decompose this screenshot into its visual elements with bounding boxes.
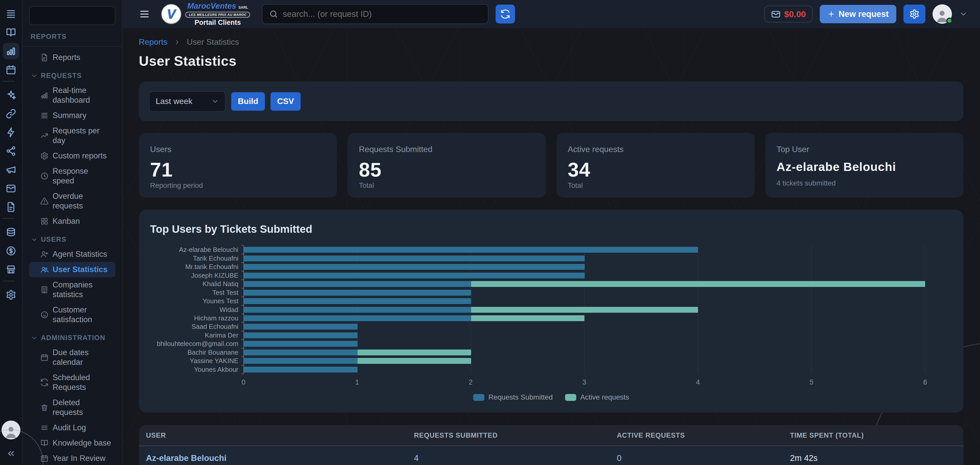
bar-requests-submitted — [244, 350, 358, 355]
balance-button[interactable]: $0.00 — [764, 6, 813, 22]
bar-active-requests — [358, 350, 471, 355]
rail-gear-button[interactable] — [3, 287, 19, 303]
chart-y-label: Saad Echouafni — [150, 323, 243, 331]
rail-sparkles-button[interactable] — [3, 87, 19, 103]
csv-button[interactable]: CSV — [270, 92, 301, 110]
sidebar-section-users[interactable]: USERS — [29, 236, 115, 243]
logo-brand-suffix: SARL — [239, 5, 248, 10]
table-cell-time-spent: 2m 42s — [783, 453, 963, 463]
sidebar-section-requests[interactable]: REQUESTS — [29, 72, 115, 80]
sidebar-item-reports[interactable]: Reports — [29, 50, 115, 65]
bar-active-requests — [471, 281, 925, 287]
rail-store-button[interactable] — [3, 261, 19, 278]
sidebar-item-audit-log[interactable]: Audit Log — [29, 420, 115, 435]
chart-bar-row-widad — [244, 305, 925, 314]
legend-swatch — [565, 394, 576, 401]
sidebar-item-deleted-requests[interactable]: Deleted requests — [29, 395, 115, 420]
book-open-icon — [40, 439, 48, 447]
settings-button[interactable] — [904, 5, 925, 24]
global-search[interactable] — [262, 4, 488, 24]
user-menu-chevron[interactable] — [959, 10, 968, 18]
sidebar-item-summary[interactable]: Summary — [29, 108, 115, 123]
sidebar-item-due-dates-calendar[interactable]: Due dates calendar — [29, 345, 115, 370]
sidebar-item-real-time-dashboard[interactable]: Real-time dashboard — [29, 83, 115, 108]
global-search-input[interactable] — [283, 9, 481, 19]
chart-bar-row-khalid-natiq — [244, 280, 925, 288]
legend-item-active-requests[interactable]: Active requests — [565, 393, 629, 401]
breadcrumb-reports-link[interactable]: Reports — [139, 37, 167, 47]
page-content: Reports User Statistics User Statistics … — [123, 28, 980, 465]
user-avatar[interactable] — [932, 4, 952, 24]
sidebar-item-user-statistics[interactable]: User Statistics — [29, 262, 115, 277]
build-button[interactable]: Build — [231, 92, 265, 110]
rail-database-button[interactable] — [3, 224, 19, 240]
rail-share-button[interactable] — [3, 143, 19, 159]
chart-x-tick: 2 — [469, 379, 473, 386]
rail-calendar-button[interactable] — [3, 62, 19, 78]
stat-card-users: Users71Reporting period — [139, 133, 337, 198]
sidebar-item-kanban[interactable]: Kanban — [29, 214, 115, 229]
sidebar-item-response-speed[interactable]: Response speed — [29, 163, 115, 189]
calendar-icon — [40, 353, 48, 361]
sidebar-section-administration[interactable]: ADMINISTRATION — [29, 334, 115, 342]
clock-icon — [40, 172, 48, 180]
sidebar-search-input[interactable] — [38, 11, 137, 20]
chart-axis-ticks — [242, 245, 243, 374]
chart-bars — [244, 246, 925, 374]
sidebar-item-custom-reports[interactable]: Custom reports — [29, 148, 115, 163]
legend-item-requests-submitted[interactable]: Requests Submitted — [473, 393, 553, 401]
chart-y-label: Yassine YAKINE — [150, 357, 243, 365]
refresh-button[interactable] — [496, 5, 515, 24]
rail-inbox-button[interactable] — [3, 180, 19, 197]
sidebar-item-scheduled-requests[interactable]: Scheduled Requests — [29, 370, 115, 395]
table-header-requests-submitted: REQUESTS SUBMITTED — [407, 431, 610, 439]
chart-x-tick: 0 — [242, 379, 245, 386]
period-select[interactable]: Last week — [149, 91, 226, 112]
table-cell-requests-submitted[interactable]: 4 — [407, 453, 610, 463]
megaphone-icon — [6, 164, 16, 175]
rail-megaphone-button[interactable] — [3, 161, 19, 178]
chart-bar-row-mr-tarik-echouafni — [244, 263, 925, 271]
chart-y-label: Younes Akbour — [150, 365, 243, 374]
rail-menu-button[interactable] — [3, 6, 19, 22]
chart-bar-row-saad-echouafni — [244, 323, 925, 331]
sidebar-item-requests-per-day[interactable]: Requests per day — [29, 123, 115, 148]
stat-card-requests-submitted: Requests Submitted85Total — [348, 133, 546, 198]
gear-icon — [6, 289, 16, 300]
bar-requests-submitted — [244, 367, 358, 372]
bar-chart-icon — [40, 91, 48, 99]
sidebar-search[interactable] — [29, 6, 115, 25]
sidebar-item-label: Companies statistics — [52, 280, 111, 299]
sidebar-item-agent-statistics[interactable]: Agent Statistics — [29, 246, 115, 262]
stat-card-value: 34 — [568, 158, 743, 181]
rail-dollar-button[interactable] — [3, 243, 19, 259]
sidebar-item-overdue-requests[interactable]: Overdue requests — [29, 189, 115, 214]
user-plus-icon — [40, 250, 48, 258]
stat-card-subtext: 4 tickets submitted — [776, 179, 952, 187]
icon-rail — [0, 0, 22, 465]
sidebar-item-label: Deleted requests — [52, 398, 111, 417]
page-title: User Statistics — [139, 53, 963, 69]
sidebar-item-label: Customer satisfaction — [52, 305, 111, 324]
sidebar-item-companies-statistics[interactable]: Companies statistics — [29, 277, 115, 302]
sidebar-item-label: Audit Log — [52, 423, 86, 433]
chevron-down-icon — [30, 72, 38, 80]
brand-logo[interactable]: V MarocVentes SARL LES MEILLEURS PRIX AU… — [161, 2, 250, 27]
rail-bar-chart-button[interactable] — [3, 43, 19, 59]
table-cell-active-requests[interactable]: 0 — [610, 453, 783, 463]
table-header-row: USERREQUESTS SUBMITTEDACTIVE REQUESTSTIM… — [139, 425, 963, 446]
rail-zap-button[interactable] — [3, 124, 19, 141]
table-row[interactable]: Az-elarabe Belouchi402m 42s — [139, 446, 963, 465]
rail-link-button[interactable] — [3, 105, 19, 122]
sidebar-item-customer-satisfaction[interactable]: Customer satisfaction — [29, 302, 115, 327]
sidebar-item-knowledge-base[interactable]: Knowledge base — [29, 435, 115, 451]
hamburger-menu-button[interactable] — [139, 8, 150, 20]
share-icon — [6, 145, 16, 157]
chart-y-label: Younes Test — [150, 297, 243, 305]
stat-card-subtext: Total — [359, 181, 535, 190]
rail-file-text-button[interactable] — [3, 199, 19, 215]
table-cell-user[interactable]: Az-elarabe Belouchi — [139, 453, 407, 463]
chart-y-label: Karima Der — [150, 331, 243, 340]
rail-book-open-button[interactable] — [3, 24, 19, 41]
new-request-button[interactable]: New request — [820, 5, 896, 23]
